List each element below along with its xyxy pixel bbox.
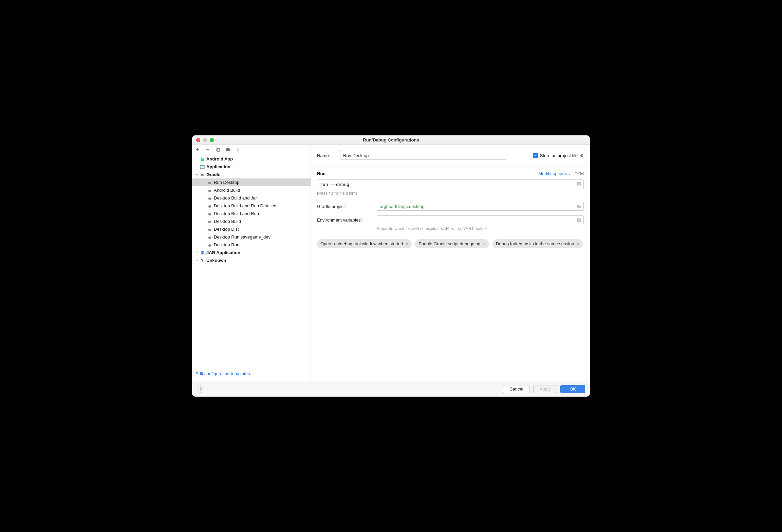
env-hint: Separate variables with semicolon: VAR=v… xyxy=(377,226,584,231)
tree-node-android-app[interactable]: › Android App xyxy=(192,155,311,163)
sidebar-toolbar: az xyxy=(192,145,311,154)
svg-point-6 xyxy=(203,157,203,158)
config-form: Name: ✓ Store as project file ⚙ Run Modi… xyxy=(311,145,590,381)
gear-icon[interactable]: ⚙ xyxy=(580,153,584,158)
tag-open-tool-window[interactable]: Open run/debug tool window when started … xyxy=(317,239,412,248)
config-tree: › Android App › Application › xyxy=(192,154,311,368)
name-input[interactable] xyxy=(340,151,506,160)
run-command-wrap xyxy=(317,179,584,189)
chevron-right-icon: › xyxy=(195,165,200,169)
tree-node-jar-application[interactable]: › JAR Application xyxy=(192,249,311,256)
gradle-icon xyxy=(207,242,212,248)
expand-field-icon[interactable] xyxy=(576,182,582,187)
tree-label: Unknown xyxy=(206,258,226,263)
gradle-icon xyxy=(207,180,212,185)
svg-rect-1 xyxy=(217,149,220,151)
chevron-down-icon: ⌄ xyxy=(568,172,571,175)
tag-debug-forked-tasks[interactable]: Debug forked tasks in the same session × xyxy=(492,239,583,248)
gradle-project-row: Gradle project: xyxy=(317,202,584,211)
android-icon xyxy=(200,156,205,162)
sidebar: az › Android App › Application xyxy=(192,145,311,381)
store-as-project-file[interactable]: ✓ Store as project file ⚙ xyxy=(533,153,584,158)
tree-node-run-desktop[interactable]: Run Desktop xyxy=(192,178,311,186)
svg-rect-4 xyxy=(201,158,204,161)
add-config-icon[interactable] xyxy=(195,147,200,152)
gradle-project-input[interactable] xyxy=(377,202,584,211)
tree-label: Desktop Dist xyxy=(214,227,239,232)
maximize-window-button[interactable] xyxy=(210,138,214,142)
application-icon xyxy=(200,164,205,170)
question-icon: ? xyxy=(200,258,205,263)
edit-templates-link[interactable]: Edit configuration templates... xyxy=(192,368,311,381)
run-command-input[interactable] xyxy=(317,179,584,189)
save-config-icon[interactable] xyxy=(225,147,231,152)
chevron-right-icon: › xyxy=(195,157,200,162)
run-title: Run xyxy=(317,171,325,176)
help-button[interactable]: ? xyxy=(197,385,204,393)
tree-label: Run Desktop xyxy=(214,180,239,185)
tree-node-desktop-run[interactable]: Desktop Run xyxy=(192,241,311,249)
svg-point-5 xyxy=(201,157,202,158)
modify-shortcut: ⌥M xyxy=(575,171,584,176)
tree-label: Application xyxy=(206,164,230,169)
tree-label: Desktop Build and Run xyxy=(214,211,259,216)
close-icon[interactable]: × xyxy=(577,241,579,246)
checkbox-checked-icon[interactable]: ✓ xyxy=(533,153,538,158)
env-input[interactable] xyxy=(377,215,584,224)
minimize-window-button[interactable] xyxy=(203,138,207,142)
tree-node-desktop-build-run-detailed[interactable]: Desktop Build and Run Detailed xyxy=(192,202,311,210)
tree-node-desktop-build-run[interactable]: Desktop Build and Run xyxy=(192,210,311,217)
tree-node-desktop-dist[interactable]: Desktop Dist xyxy=(192,225,311,233)
dialog-window: Run/Debug Configurations az xyxy=(192,135,590,397)
gradle-icon xyxy=(207,234,212,240)
tree-label: Desktop Build and Run Detailed xyxy=(214,203,276,208)
main-panel: Name: ✓ Store as project file ⚙ Run Modi… xyxy=(311,145,590,381)
svg-text:z: z xyxy=(238,150,239,152)
name-label: Name: xyxy=(317,153,335,158)
name-row: Name: ✓ Store as project file ⚙ xyxy=(317,151,584,160)
tree-label: Android Build xyxy=(214,188,240,193)
sort-config-icon[interactable]: az xyxy=(236,147,241,152)
tree-label: JAR Application xyxy=(206,250,240,255)
tree-label: Desktop Build and Jar xyxy=(214,195,257,201)
gradle-project-label: Gradle project: xyxy=(317,204,371,209)
tree-node-gradle[interactable]: › Gradle xyxy=(192,171,311,178)
gradle-icon xyxy=(207,195,212,201)
gradle-icon xyxy=(207,188,212,193)
tree-label: Gradle xyxy=(206,172,220,177)
tree-node-desktop-build-jar[interactable]: Desktop Build and Jar xyxy=(192,194,311,202)
svg-rect-10 xyxy=(202,252,203,252)
env-label: Environment variables: xyxy=(317,217,371,223)
tree-node-android-build[interactable]: Android Build xyxy=(192,186,311,194)
copy-config-icon[interactable] xyxy=(215,147,221,152)
gradle-icon xyxy=(207,227,212,232)
ok-button[interactable]: OK xyxy=(560,385,585,393)
run-section-header: Run Modify options ⌄ ⌥M xyxy=(317,171,584,176)
tree-label: Desktop Run xyxy=(214,242,239,247)
chevron-down-icon: › xyxy=(195,172,200,177)
chevron-right-icon: › xyxy=(195,250,200,255)
tree-node-desktop-run-savegame[interactable]: Desktop Run savegame_dev xyxy=(192,233,311,241)
tree-node-unknown[interactable]: › ? Unknown xyxy=(192,256,311,264)
tree-node-application[interactable]: › Application xyxy=(192,163,311,171)
traffic-lights xyxy=(192,138,214,142)
close-icon[interactable]: × xyxy=(406,241,409,246)
cancel-button[interactable]: Cancel xyxy=(503,385,529,393)
modify-options-link[interactable]: Modify options ⌄ xyxy=(538,171,571,176)
gradle-icon xyxy=(207,203,212,209)
folder-icon[interactable] xyxy=(576,204,582,209)
divider xyxy=(311,167,590,167)
close-icon[interactable]: × xyxy=(483,241,486,246)
titlebar: Run/Debug Configurations xyxy=(192,135,590,145)
chevron-right-icon: › xyxy=(195,258,200,263)
expand-field-icon[interactable] xyxy=(576,217,582,223)
remove-config-icon[interactable] xyxy=(205,147,210,152)
option-tags: Open run/debug tool window when started … xyxy=(317,239,584,248)
tree-label: Desktop Run savegame_dev xyxy=(214,234,271,240)
tag-enable-gradle-debug[interactable]: Enable Gradle script debugging × xyxy=(415,239,489,248)
gradle-icon xyxy=(207,211,212,216)
close-window-button[interactable] xyxy=(196,138,200,142)
tree-node-desktop-build[interactable]: Desktop Build xyxy=(192,217,311,225)
svg-rect-9 xyxy=(201,251,204,254)
tree-label: Desktop Build xyxy=(214,219,241,224)
